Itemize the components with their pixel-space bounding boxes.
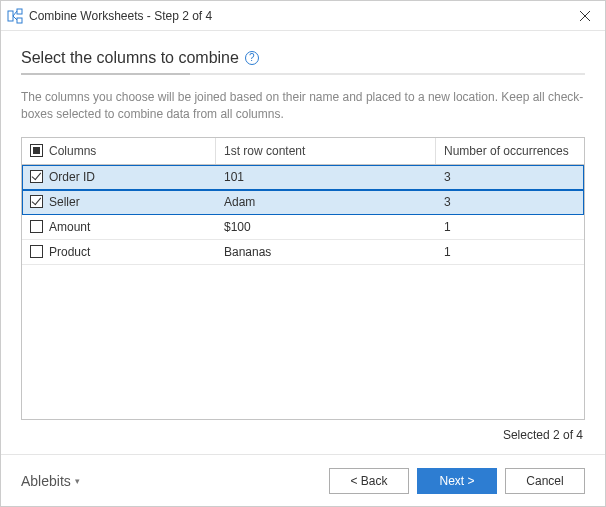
- column-name: Order ID: [49, 170, 95, 184]
- svg-rect-1: [17, 9, 22, 14]
- row-checkbox[interactable]: [30, 220, 43, 233]
- titlebar: Combine Worksheets - Step 2 of 4: [1, 1, 605, 31]
- svg-rect-0: [8, 11, 13, 21]
- occurrences: 3: [444, 195, 451, 209]
- occurrences: 1: [444, 220, 451, 234]
- content-area: Select the columns to combine ? The colu…: [1, 31, 605, 454]
- first-row-content: Adam: [224, 195, 255, 209]
- table-row[interactable]: SellerAdam3: [22, 190, 584, 215]
- header-columns[interactable]: Columns: [22, 138, 216, 164]
- cancel-button[interactable]: Cancel: [505, 468, 585, 494]
- selection-status: Selected 2 of 4: [21, 420, 585, 454]
- header-first-row[interactable]: 1st row content: [216, 138, 436, 164]
- help-icon[interactable]: ?: [245, 51, 259, 65]
- columns-table: Columns 1st row content Number of occurr…: [21, 137, 585, 420]
- page-description: The columns you choose will be joined ba…: [21, 89, 585, 123]
- svg-rect-2: [17, 18, 22, 23]
- back-button[interactable]: < Back: [329, 468, 409, 494]
- svg-line-4: [13, 16, 17, 20]
- row-checkbox[interactable]: [30, 245, 43, 258]
- occurrences: 1: [444, 245, 451, 259]
- brand-label: Ablebits: [21, 473, 71, 489]
- header-label: Columns: [49, 144, 96, 158]
- column-name: Amount: [49, 220, 90, 234]
- occurrences: 3: [444, 170, 451, 184]
- first-row-content: $100: [224, 220, 251, 234]
- row-checkbox[interactable]: [30, 195, 43, 208]
- first-row-content: Bananas: [224, 245, 271, 259]
- table-header: Columns 1st row content Number of occurr…: [22, 138, 584, 165]
- table-row[interactable]: Amount$1001: [22, 215, 584, 240]
- close-button[interactable]: [565, 1, 605, 31]
- select-all-checkbox[interactable]: [30, 144, 43, 157]
- header-occurrences[interactable]: Number of occurrences: [436, 138, 584, 164]
- page-heading: Select the columns to combine: [21, 49, 239, 67]
- brand-menu[interactable]: Ablebits ▾: [21, 473, 80, 489]
- header-label: 1st row content: [224, 144, 305, 158]
- footer: Ablebits ▾ < Back Next > Cancel: [1, 454, 605, 506]
- chevron-down-icon: ▾: [75, 476, 80, 486]
- app-icon: [7, 8, 23, 24]
- row-checkbox[interactable]: [30, 170, 43, 183]
- next-button[interactable]: Next >: [417, 468, 497, 494]
- header-label: Number of occurrences: [444, 144, 569, 158]
- window-title: Combine Worksheets - Step 2 of 4: [29, 9, 212, 23]
- progress-bar: [21, 73, 585, 75]
- dialog-window: Combine Worksheets - Step 2 of 4 Select …: [0, 0, 606, 507]
- table-body: Order ID1013SellerAdam3Amount$1001Produc…: [22, 165, 584, 419]
- first-row-content: 101: [224, 170, 244, 184]
- table-row[interactable]: Order ID1013: [22, 165, 584, 190]
- column-name: Seller: [49, 195, 80, 209]
- column-name: Product: [49, 245, 90, 259]
- svg-line-3: [13, 11, 17, 16]
- table-row[interactable]: ProductBananas1: [22, 240, 584, 265]
